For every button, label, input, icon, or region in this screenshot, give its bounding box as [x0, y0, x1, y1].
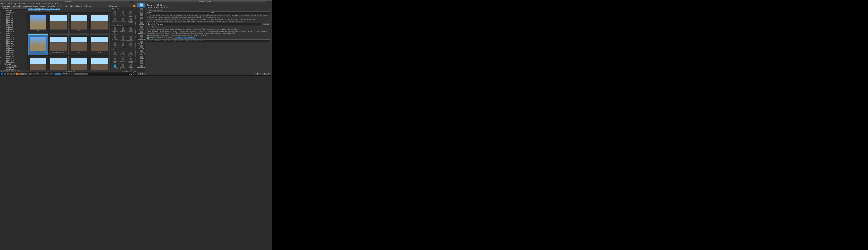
toolbar-preview[interactable]: ▫ Preview — [56, 5, 62, 7]
menu-settings[interactable]: Settings — [48, 3, 53, 5]
tree-item[interactable]: pano14 — [2, 38, 27, 40]
tool-item[interactable]: Print images — [127, 42, 134, 48]
cancel-button[interactable]: Cancel — [262, 73, 271, 75]
tree-item[interactable]: Panorama — [2, 11, 27, 13]
sidebar-item-metadata[interactable]: Metadata — [137, 21, 145, 26]
thumbnail[interactable]: JPG — [69, 13, 89, 34]
tree-item[interactable]: pano17 — [2, 44, 27, 46]
tree-item[interactable]: pano20 — [2, 50, 27, 52]
tool-item[interactable]: Presentation — [112, 36, 119, 41]
tool-item[interactable]: Export to Dropbox — [127, 51, 134, 57]
ignored-dirs-link[interactable]: Currently ignored directories — [174, 37, 195, 39]
help-button[interactable]: Help — [138, 73, 146, 75]
tree-item[interactable]: pano2 — [2, 15, 27, 17]
clock[interactable]: 17:32 12/03/2017 — [127, 72, 136, 75]
tool-item[interactable]: Export to Google Photos, PicasaWeb — [127, 64, 134, 70]
tree-item[interactable]: pano18 — [2, 46, 27, 48]
toolbar-batch-queue-manager[interactable]: ▫ Batch Queue Manager — [22, 5, 38, 7]
tool-item[interactable]: Export to Zooomr — [127, 58, 134, 63]
left-tabs[interactable]: People ⬥ Search ⬥ Fuzzy ⬥ Map ⬥ Timeline… — [0, 7, 2, 70]
menu-tools[interactable]: Tools — [31, 3, 34, 5]
tree-item[interactable]: papillons — [2, 61, 27, 63]
tool-item[interactable]: Edit Metadata — [127, 27, 134, 35]
thumbnail[interactable]: JPG±…Projection: Cylindrical (1)…PO… — [49, 34, 68, 55]
thumbnail[interactable]: JPG — [49, 13, 68, 34]
ok-button[interactable]: OK — [255, 73, 261, 75]
toolbar-image-editor[interactable]: ▫ Image Editor — [1, 5, 11, 7]
toolbar-table[interactable]: ▫ Table — [69, 5, 73, 7]
toolbar-slideshow[interactable]: ▫ Slideshow — [74, 5, 83, 7]
konsole-icon[interactable] — [9, 72, 12, 75]
minimize-icon[interactable] — [266, 1, 268, 2]
tree-item[interactable]: pano10 — [2, 31, 27, 32]
sidebar-item-views[interactable]: Views — [137, 12, 145, 17]
tree-item[interactable]: pano11 — [2, 32, 27, 34]
menu-tag[interactable]: Tag — [14, 3, 16, 5]
tree-item[interactable]: pano16 — [2, 42, 27, 44]
kde-menu-icon[interactable] — [1, 72, 3, 75]
close-icon[interactable] — [134, 1, 136, 2]
menu-import[interactable]: Import — [36, 3, 40, 5]
thumbnail[interactable]: JPG — [49, 56, 68, 70]
system-tray[interactable] — [74, 73, 88, 75]
activity-icon[interactable] — [4, 72, 6, 75]
tool-item[interactable]: Export to Facebook — [119, 64, 127, 70]
sidebar-item-cameras[interactable]: Cameras — [137, 55, 145, 60]
tree-item[interactable]: pano5 — [2, 21, 27, 23]
toolbar-thumbnails[interactable]: ▫ Thumbnails — [46, 5, 55, 7]
tree-item[interactable]: pano21 — [2, 52, 27, 54]
album-tree[interactable]: Albums NORDPanoramapano1pano2pano3pano4p… — [2, 7, 27, 70]
firefox-icon[interactable] — [16, 72, 18, 75]
tool-item[interactable]: Image Editor — [112, 10, 119, 17]
right-tabs[interactable]: Filters ⬥ Versions ⬥ Captions ⬥ Colors ⬥… — [135, 7, 136, 70]
sidebar-item-tool-tip[interactable]: Tool-Tip — [137, 17, 145, 21]
tool-item[interactable]: Light Table — [119, 18, 127, 24]
sidebar-item-image-quality-sorter[interactable]: Image Quality Sorter — [137, 50, 145, 55]
taskbar-item[interactable]: Clementine — [45, 72, 54, 75]
close-icon[interactable] — [270, 1, 272, 2]
tree-item[interactable]: pano3 — [2, 17, 27, 19]
titlebar[interactable]: Configure ‒ digiKam — [137, 0, 272, 3]
tool-item[interactable]: Email Images — [112, 42, 119, 48]
tool-item[interactable]: Print Assistant — [119, 42, 127, 48]
sidebar-item-templates[interactable]: Templates — [137, 26, 145, 30]
sidebar-item-slide-show[interactable]: Slide Show — [137, 45, 145, 49]
maximize-icon[interactable] — [268, 1, 270, 2]
minimize-icon[interactable] — [130, 1, 132, 2]
tool-item[interactable]: Create panorama — [119, 36, 127, 41]
toolbar-map[interactable]: ▫ Map — [64, 5, 67, 7]
tool-item[interactable]: Edit Geolocation — [127, 36, 134, 41]
ignore-input[interactable]: Enter directories that you want to ignor… — [147, 39, 270, 42]
tree-item[interactable]: pano24 — [2, 57, 27, 59]
tool-item[interactable]: Export to 23 — [119, 58, 127, 63]
tray-icon[interactable] — [82, 73, 84, 75]
tree-item[interactable]: 2011-06-11 — [2, 69, 27, 70]
tray-icon[interactable] — [80, 73, 82, 75]
path-input[interactable]: /home/gilles/digikam5/ — [147, 23, 261, 25]
tool-item[interactable]: Create Calendar — [119, 27, 127, 35]
tree-item[interactable]: pano6 — [2, 23, 27, 25]
tool-item[interactable]: Export to Imageshack — [119, 51, 127, 57]
tray-icon[interactable] — [87, 73, 88, 75]
browse-button[interactable]: Browse — [262, 23, 270, 25]
kate-icon[interactable] — [24, 72, 27, 75]
menu-item[interactable]: Item — [18, 3, 21, 5]
tree-item[interactable]: pano1 — [2, 13, 27, 15]
tray-icon[interactable] — [74, 73, 76, 75]
thumbnail[interactable]: JPG — [69, 34, 89, 55]
dolphin-icon[interactable] — [7, 72, 9, 75]
tool-item[interactable]: Maintenance — [112, 18, 119, 24]
sidebar-item-light-table[interactable]: Light Table — [137, 40, 145, 45]
tree-item[interactable]: pano15 — [2, 40, 27, 42]
sidebar-item-color-management[interactable]: Color Management — [137, 35, 145, 40]
sidebar-item-plugins[interactable]: Plugins — [137, 60, 145, 64]
sidebar-item-collections[interactable]: Collections — [137, 8, 145, 12]
menu-browse[interactable]: Browse — [1, 3, 6, 5]
tool-item[interactable]: Tag Manager — [119, 10, 127, 17]
taskbar-item[interactable]: NEWS — Kate — [62, 72, 73, 75]
tree-item[interactable]: pano9 — [2, 29, 27, 31]
titlebar[interactable]: digiKam — [0, 0, 136, 3]
thumbnail[interactable]: JPG — [28, 56, 48, 70]
gimp-icon[interactable] — [21, 72, 24, 75]
tree-item[interactable]: pano13 — [2, 36, 27, 38]
